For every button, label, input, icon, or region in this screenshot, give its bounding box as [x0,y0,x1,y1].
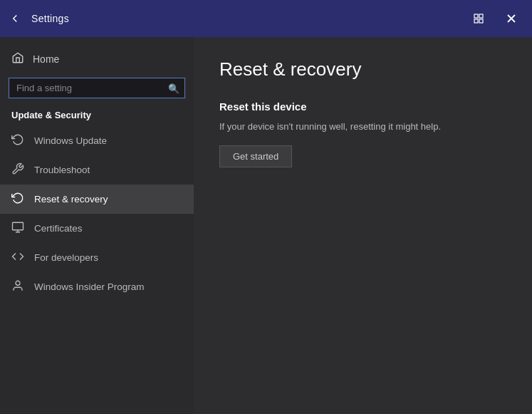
sidebar: Home 🔍 Update & Security Windows Update [0,37,194,414]
close-button[interactable] [496,7,526,30]
window-icon-button[interactable] [464,7,494,30]
certificate-icon [11,221,24,236]
section-heading: Reset this device [219,100,506,113]
title-bar: Settings [0,0,532,37]
home-icon [11,51,24,66]
sidebar-item-troubleshoot[interactable]: Troubleshoot [0,155,194,185]
svg-rect-2 [474,19,478,23]
sidebar-label-certificates: Certificates [34,223,83,234]
sidebar-item-windows-update[interactable]: Windows Update [0,126,194,155]
get-started-button[interactable]: Get started [219,145,292,167]
page-title: Reset & recovery [219,58,506,81]
window-controls [464,0,526,37]
content-area: Reset & recovery Reset this device If yo… [194,37,532,414]
sidebar-label-reset-recovery: Reset & recovery [34,194,108,205]
sidebar-item-windows-insider[interactable]: Windows Insider Program [0,272,194,301]
section-description: If your device isn't running well, reset… [219,120,506,134]
sidebar-item-certificates[interactable]: Certificates [0,214,194,243]
back-button[interactable] [9,12,21,25]
home-label: Home [33,53,59,65]
search-container: 🔍 [9,78,185,98]
wrench-icon [11,162,24,177]
sidebar-label-windows-update: Windows Update [34,135,107,146]
person-icon [11,279,24,294]
svg-rect-6 [13,222,24,230]
main-container: Home 🔍 Update & Security Windows Update [0,37,532,414]
sidebar-label-troubleshoot: Troubleshoot [34,165,90,175]
sidebar-label-windows-insider: Windows Insider Program [34,281,145,292]
code-icon [11,250,24,265]
sidebar-item-home[interactable]: Home [0,46,194,72]
search-input[interactable] [9,78,185,98]
sidebar-item-reset-recovery[interactable]: Reset & recovery [0,185,194,214]
svg-rect-0 [474,14,478,18]
svg-rect-3 [479,19,483,23]
search-icon: 🔍 [168,83,179,93]
refresh-icon [11,133,24,148]
sidebar-item-for-developers[interactable]: For developers [0,243,194,272]
sidebar-label-for-developers: For developers [34,252,98,263]
history-icon [11,192,24,207]
svg-point-7 [16,281,20,285]
section-title: Update & Security [0,107,194,126]
reset-section: Reset this device If your device isn't r… [219,100,506,167]
svg-rect-1 [479,14,483,18]
window-title: Settings [31,13,69,24]
